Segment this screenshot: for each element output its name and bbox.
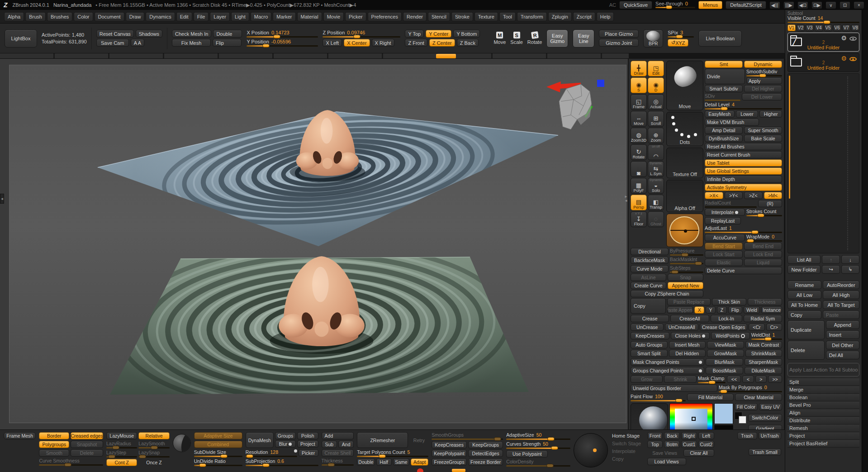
lazysnap-knob[interactable] bbox=[139, 455, 146, 458]
move-up-button[interactable]: ↑ bbox=[822, 255, 840, 264]
detail-level-knob[interactable] bbox=[721, 107, 728, 110]
colordensity-knob[interactable] bbox=[546, 464, 554, 467]
shrink-button[interactable]: Shrink bbox=[664, 376, 696, 383]
instance-button[interactable]: Instance bbox=[761, 306, 782, 314]
clear-all-button[interactable]: Clear All bbox=[683, 449, 714, 457]
replaylast-button[interactable]: ReplayLast bbox=[705, 217, 741, 224]
x-center-button[interactable]: X Center bbox=[344, 39, 370, 47]
mask-contrast-button[interactable]: Mask Contrast bbox=[745, 341, 783, 348]
subprojection-slider[interactable]: SubProjection0.6 bbox=[246, 458, 318, 466]
clear-material-button[interactable]: Clear Material bbox=[735, 394, 782, 401]
polish-button[interactable]: Polish bbox=[297, 432, 318, 439]
weldpoints-button[interactable]: WeldPoints bbox=[711, 332, 750, 339]
border-button[interactable]: Border bbox=[39, 432, 69, 439]
move-down-button[interactable]: ↓ bbox=[841, 255, 859, 264]
dilutemask-button[interactable]: DiluteMask bbox=[745, 367, 782, 374]
thick-skin-button[interactable]: Thick Skin bbox=[712, 298, 746, 305]
menu-dynamics[interactable]: Dynamics bbox=[146, 12, 175, 21]
persp-button[interactable]: ▤Persp bbox=[631, 195, 647, 210]
adjustlast-slider[interactable]: AdjustLast1 bbox=[705, 225, 782, 233]
solo-button[interactable]: Dynamic◒Solo bbox=[648, 178, 664, 194]
sym-m-button[interactable]: >M< bbox=[764, 192, 783, 199]
menu-brush[interactable]: Brush bbox=[25, 12, 46, 21]
scroll-canvas-button[interactable]: ⊞Scroll bbox=[648, 111, 664, 127]
adaptivesize-knob[interactable] bbox=[547, 437, 555, 441]
menu-render[interactable]: Render bbox=[403, 12, 427, 21]
stage-interpolate-button[interactable]: Interpolate bbox=[611, 448, 644, 454]
target-polygons-knob[interactable] bbox=[379, 454, 386, 458]
viewport-canvas[interactable]: ◄ ►◄ bbox=[0, 59, 629, 429]
radialcount-slider[interactable]: RadialCount bbox=[705, 200, 757, 208]
liquid-button[interactable]: Liquid bbox=[744, 259, 782, 266]
create-curve-button[interactable]: Create Curve bbox=[631, 282, 666, 289]
snapshot-button[interactable]: Snapshot bbox=[71, 441, 103, 448]
detectedges-button[interactable]: DetectEdges bbox=[468, 450, 503, 457]
fill-color-button[interactable]: Fill Color bbox=[735, 403, 758, 410]
document-area[interactable] bbox=[9, 65, 626, 423]
place-gizmo-button[interactable]: Place Gizmo bbox=[599, 30, 639, 38]
zoom3d-button[interactable]: ◍Zoom3D bbox=[631, 128, 647, 143]
menu-light[interactable]: Light bbox=[231, 12, 249, 21]
paste-subtool-button[interactable]: Paste bbox=[823, 310, 859, 319]
mask-forward-button[interactable]: > bbox=[755, 376, 767, 383]
local-sym-button[interactable]: Dynamic⇆L.Sym bbox=[648, 161, 664, 177]
higher-button[interactable]: Higher bbox=[759, 110, 782, 118]
creaseall-button[interactable]: CreaseAll bbox=[670, 315, 709, 322]
sharpenmask-button[interactable]: SharpenMask bbox=[745, 358, 782, 366]
y-center-button[interactable]: Y Center bbox=[426, 30, 451, 38]
smoothgroups-knob[interactable] bbox=[494, 437, 501, 441]
del-higher-button[interactable]: Del Higher bbox=[744, 85, 782, 92]
menu-alpha[interactable]: Alpha bbox=[4, 12, 24, 21]
keeppolypaint-button[interactable]: KeepPolypaint bbox=[432, 450, 467, 457]
draw-mode-button[interactable]: ╋Draw bbox=[631, 61, 647, 76]
same-button[interactable]: Same bbox=[393, 458, 410, 466]
menu-transform[interactable]: Transform bbox=[517, 12, 547, 21]
mask-changed-points-button[interactable]: Mask Changed Points bbox=[631, 358, 704, 366]
paste-append-button[interactable]: Paste Append bbox=[667, 306, 693, 314]
insert-mesh-button[interactable]: Insert Mesh bbox=[669, 341, 706, 348]
actual-size-button[interactable]: ◎Actual bbox=[648, 94, 664, 110]
shell-thickness-knob[interactable] bbox=[327, 463, 335, 467]
menus-button[interactable]: Menus bbox=[698, 1, 722, 9]
freeze-border-button[interactable]: Freeze Border bbox=[468, 458, 503, 466]
menu-stroke[interactable]: Stroke bbox=[451, 12, 473, 21]
super-smooth-button[interactable]: Super Smooth bbox=[744, 127, 782, 134]
trash-button[interactable]: Trash bbox=[737, 432, 757, 439]
del-all-button[interactable]: Del All bbox=[826, 351, 859, 359]
menu-picker[interactable]: Picker bbox=[345, 12, 366, 21]
section-remesh[interactable]: Remesh bbox=[787, 424, 859, 432]
delete-curves-button[interactable]: Delete bbox=[71, 449, 103, 457]
retry-button[interactable]: Retry bbox=[409, 432, 428, 448]
frame-mesh-button[interactable]: Frame Mesh bbox=[4, 432, 36, 439]
live-boolean-button[interactable]: Live Boolean bbox=[698, 30, 742, 47]
picker-button[interactable]: Picker bbox=[299, 449, 318, 457]
sculpt-d-button[interactable]: ◉D bbox=[648, 77, 664, 93]
mask-by-polygroups-slider[interactable]: Mask By Polygroups0 bbox=[719, 385, 782, 392]
backmaskint-slider[interactable]: BackMaskInt bbox=[670, 257, 703, 264]
right-panel-divider-arrows[interactable]: ►◄ bbox=[624, 195, 628, 203]
combined-button[interactable]: Combined bbox=[194, 441, 242, 448]
bpr-button[interactable]: BPR bbox=[643, 29, 663, 48]
y-position-knob[interactable] bbox=[262, 44, 270, 48]
crease-level-up-button[interactable]: Cr> bbox=[766, 324, 782, 331]
stage-nav-sphere[interactable] bbox=[574, 433, 608, 467]
gradient-button[interactable]: Gradient bbox=[748, 425, 782, 429]
spix-slider[interactable]: SPix3 bbox=[668, 30, 694, 38]
once-z-button[interactable]: Once Z bbox=[138, 459, 169, 466]
lock-in-button[interactable]: Lock-In bbox=[711, 315, 742, 322]
local-symmetry-button[interactable]: ↺XYZ bbox=[668, 39, 688, 47]
backfacemask-button[interactable]: BackfaceMask bbox=[631, 257, 669, 264]
all-to-home-button[interactable]: All To Home bbox=[787, 300, 821, 309]
visible-count-knob[interactable] bbox=[823, 20, 830, 24]
duplicate-button[interactable]: Duplicate bbox=[787, 320, 825, 339]
curve-smoothness-slider[interactable]: Curve Smoothness bbox=[39, 458, 103, 466]
main-color-swatch[interactable] bbox=[714, 403, 733, 424]
camera-lock-button[interactable]: ◙ bbox=[631, 161, 647, 177]
menu-brushes[interactable]: Brushes bbox=[47, 12, 72, 21]
quicksave-button[interactable]: QuickSave bbox=[619, 1, 652, 9]
copy-subtool-button[interactable]: Copy bbox=[787, 310, 821, 319]
save-views-button[interactable]: Save Views bbox=[647, 449, 683, 457]
curve-mode-button[interactable]: Curve Mode bbox=[631, 265, 669, 272]
rotate-canvas-button[interactable]: ↻Rotate bbox=[631, 144, 647, 160]
move-mode-button[interactable]: MMove bbox=[493, 32, 506, 45]
